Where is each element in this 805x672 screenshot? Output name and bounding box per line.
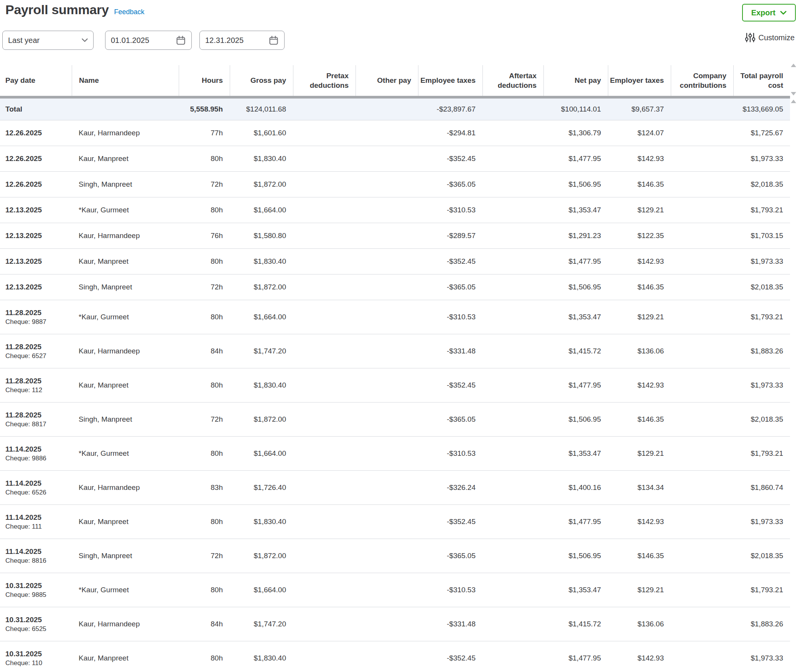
cell-hours: 84h [179,347,230,355]
cell-employer_taxes: $146.35 [608,180,671,189]
table-row: 12.13.2025Kaur, Manpreet80h$1,830.40-$35… [0,249,790,274]
chevron-down-icon [780,11,787,15]
pay-date: 11.14.2025 [5,513,70,522]
cell-employer_taxes: $124.07 [608,129,671,137]
scrollbar-down-arrow[interactable] [791,92,796,95]
pay-date: 12.26.2025 [5,180,70,189]
cell-gross_pay: $1,664.00 [230,449,293,458]
customize-button[interactable]: Customize [745,32,795,43]
cell-employee_taxes: -$294.81 [418,129,482,137]
cell-pay_date: 11.14.2025Cheque: 6526 [0,479,72,496]
cell-name: *Kaur, Gurmeet [72,313,179,321]
column-header-pay_date: Pay date [0,65,72,96]
table-row: 11.14.2025Cheque: 9886*Kaur, Gurmeet80h$… [0,437,790,471]
cell-hours: 80h [179,518,230,526]
cell-name: Kaur, Harmandeep [72,129,179,137]
payroll-table: Pay dateNameHoursGross payPretax deducti… [0,65,790,672]
chevron-down-icon [82,38,88,42]
cheque-number: Cheque: 9886 [5,455,70,462]
cell-name: Kaur, Harmandeep [72,347,179,355]
scrollbar-up-arrow[interactable] [791,64,796,67]
pay-date: 12.13.2025 [5,206,70,214]
start-date-input[interactable]: 01.01.2025 [105,31,192,50]
cell-gross_pay: $1,872.00 [230,552,293,560]
cheque-number: Cheque: 8816 [5,557,70,565]
cell-net_pay: $1,306.79 [543,129,608,137]
cell-total_payroll_cost: $1,793.21 [733,313,790,321]
cell-pay_date: 11.28.2025Cheque: 6527 [0,343,72,360]
cell-name: Kaur, Manpreet [72,154,179,163]
cell-name: Kaur, Harmandeep [72,232,179,240]
cell-gross_pay: $1,747.20 [230,620,293,628]
cell-gross_pay: $1,830.40 [230,381,293,389]
date-range-select[interactable]: Last year [2,31,94,50]
pay-date: 11.28.2025 [5,309,70,317]
table-row: 11.28.2025Cheque: 6527Kaur, Harmandeep84… [0,334,790,368]
total-label: Total [5,105,70,113]
pay-date: 10.31.2025 [5,650,70,658]
cell-total_payroll_cost: $1,793.21 [733,449,790,458]
total-row: Total5,558.95h$124,011.68-$23,897.67$100… [0,99,790,120]
cell-employer_taxes: $146.35 [608,283,671,291]
pay-date: 11.28.2025 [5,411,70,419]
cell-total_payroll_cost: $2,018.35 [733,552,790,560]
cell-gross_pay: $1,580.80 [230,232,293,240]
cell-total_payroll_cost: $1,973.33 [733,518,790,526]
cell-total_payroll_cost: $2,018.35 [733,283,790,291]
customize-label: Customize [759,33,795,42]
horizontal-scrollbar[interactable] [0,96,790,99]
cell-name: Kaur, Manpreet [72,381,179,389]
cheque-number: Cheque: 9885 [5,591,70,599]
cell-employee_taxes: -$310.53 [418,313,482,321]
cell-employee_taxes: -$352.45 [418,154,482,163]
table-row: 11.28.2025Cheque: 8817Singh, Manpreet72h… [0,403,790,437]
cell-hours: 80h [179,313,230,321]
cell-employer_taxes: $9,657.37 [608,105,671,113]
cell-hours: 80h [179,381,230,389]
cell-gross_pay: $1,872.00 [230,283,293,291]
cell-employer_taxes: $129.21 [608,449,671,458]
export-button[interactable]: Export [742,4,796,21]
table-row: 12.26.2025Singh, Manpreet72h$1,872.00-$3… [0,172,790,197]
cell-net_pay: $1,353.47 [543,313,608,321]
cell-name: Singh, Manpreet [72,283,179,291]
cell-net_pay: $1,353.47 [543,586,608,594]
cell-gross_pay: $124,011.68 [230,105,293,113]
cell-hours: 72h [179,415,230,424]
cell-total_payroll_cost: $1,883.26 [733,347,790,355]
cell-net_pay: $1,353.47 [543,449,608,458]
cell-gross_pay: $1,747.20 [230,347,293,355]
table-row: 10.31.2025Cheque: 110Kaur, Manpreet80h$1… [0,641,790,672]
cell-hours: 84h [179,620,230,628]
cell-pay_date: 11.28.2025Cheque: 112 [0,377,72,394]
end-date-input[interactable]: 12.31.2025 [199,31,285,50]
cell-hours: 72h [179,552,230,560]
cell-hours: 80h [179,654,230,662]
cell-pay_date: 11.14.2025Cheque: 111 [0,513,72,531]
cell-name: Kaur, Manpreet [72,518,179,526]
cell-gross_pay: $1,726.40 [230,483,293,492]
table-row: 12.26.2025Kaur, Harmandeep77h$1,601.60-$… [0,120,790,146]
cell-gross_pay: $1,601.60 [230,129,293,137]
cell-net_pay: $1,400.16 [543,483,608,492]
cell-employer_taxes: $142.93 [608,381,671,389]
cell-net_pay: $1,506.95 [543,552,608,560]
cell-name: *Kaur, Gurmeet [72,586,179,594]
cell-employee_taxes: -$310.53 [418,206,482,214]
scrollbar-up-arrow[interactable] [791,100,796,103]
cell-net_pay: $1,415.72 [543,620,608,628]
cell-employee_taxes: -$352.45 [418,257,482,266]
cell-total_payroll_cost: $1,973.33 [733,381,790,389]
cell-pay_date: 12.13.2025 [0,206,72,214]
cell-employee_taxes: -$331.48 [418,347,482,355]
cell-pay_date: 11.14.2025Cheque: 9886 [0,445,72,462]
cell-gross_pay: $1,664.00 [230,313,293,321]
pay-date: 12.13.2025 [5,232,70,240]
table-row: 11.14.2025Cheque: 6526Kaur, Harmandeep83… [0,471,790,505]
pay-date: 12.26.2025 [5,154,70,163]
cell-employee_taxes: -$365.05 [418,283,482,291]
table-row: 11.28.2025Cheque: 112Kaur, Manpreet80h$1… [0,368,790,403]
feedback-link[interactable]: Feedback [114,8,145,16]
cell-total_payroll_cost: $1,793.21 [733,206,790,214]
cell-total_payroll_cost: $1,860.74 [733,483,790,492]
